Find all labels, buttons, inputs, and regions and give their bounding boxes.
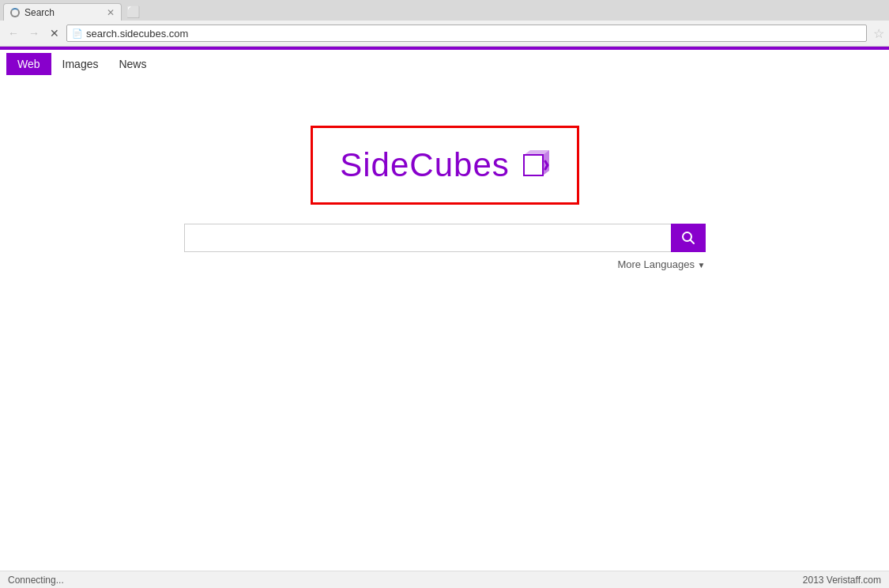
- svg-line-4: [690, 240, 694, 244]
- cube-icon: [518, 147, 549, 183]
- address-bar[interactable]: 📄 search.sidecubes.com: [66, 24, 867, 42]
- tab-title: Search: [24, 7, 102, 18]
- stop-button[interactable]: ✕: [46, 24, 63, 42]
- back-button[interactable]: ←: [5, 24, 22, 42]
- svg-marker-0: [524, 155, 543, 175]
- nav-tab-web[interactable]: Web: [6, 53, 51, 75]
- nav-tab-news[interactable]: News: [109, 53, 156, 75]
- address-bar-row: ← → ✕ 📄 search.sidecubes.com ☆: [0, 21, 889, 46]
- address-text: search.sidecubes.com: [86, 28, 861, 40]
- search-input[interactable]: [184, 224, 671, 252]
- logo-text: SideCubes: [340, 146, 509, 184]
- more-languages[interactable]: More Languages ▼: [184, 258, 706, 270]
- tab-bar: Search ✕ ⬜: [0, 0, 889, 21]
- browser-tab[interactable]: Search ✕: [3, 3, 122, 21]
- bookmark-button[interactable]: ☆: [873, 26, 884, 41]
- status-footer: 2013 Veristaff.com: [803, 575, 881, 586]
- new-tab-button[interactable]: ⬜: [123, 3, 142, 21]
- page-icon: 📄: [72, 28, 83, 39]
- search-bar-wrap: [184, 224, 706, 252]
- more-languages-arrow: ▼: [698, 261, 706, 270]
- status-bar: Connecting... 2013 Veristaff.com: [0, 571, 889, 588]
- nav-tabs: Web Images News: [0, 50, 889, 78]
- tab-close-button[interactable]: ✕: [107, 7, 115, 18]
- nav-tab-images[interactable]: Images: [53, 53, 108, 75]
- logo-box: SideCubes: [311, 126, 579, 205]
- forward-button[interactable]: →: [25, 24, 43, 42]
- search-button[interactable]: [671, 224, 706, 252]
- status-connecting: Connecting...: [8, 575, 64, 586]
- main-content: SideCubes More Languages ▼: [0, 78, 889, 270]
- tab-loading-spinner: [10, 8, 20, 17]
- search-icon: [681, 231, 695, 245]
- browser-chrome: Search ✕ ⬜ ← → ✕ 📄 search.sidecubes.com …: [0, 0, 889, 47]
